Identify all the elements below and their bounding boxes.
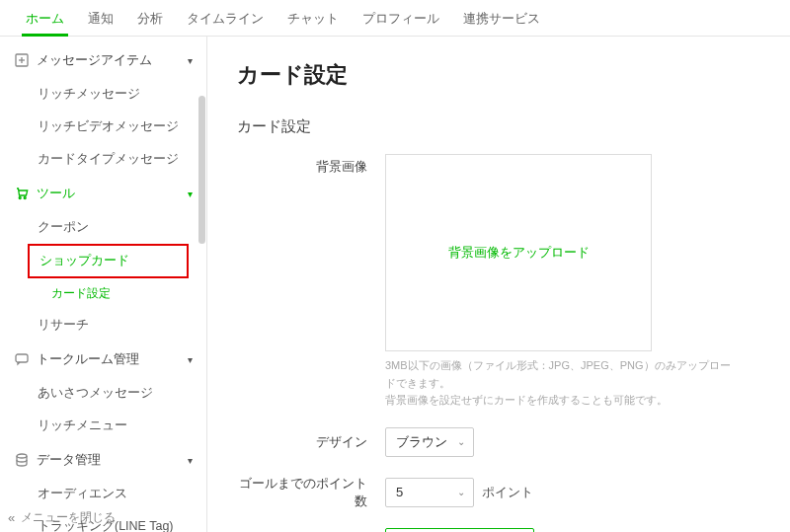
svg-point-4 (24, 197, 26, 199)
tab-home[interactable]: ホーム (14, 0, 76, 36)
collapse-icon: « (8, 510, 15, 525)
sidebar-close-menu[interactable]: « メニューを閉じる (8, 509, 116, 526)
sidebar-item-card-settings[interactable]: カード設定 (0, 278, 206, 309)
sidebar-item-research[interactable]: リサーチ (0, 309, 206, 342)
sidebar-group-tool[interactable]: ツール ▾ (0, 176, 206, 211)
tab-notice[interactable]: 通知 (76, 0, 125, 36)
chevron-down-icon: ▾ (188, 455, 193, 466)
tab-timeline[interactable]: タイムライン (175, 0, 276, 36)
design-select[interactable]: ブラウン ⌄ (385, 427, 474, 457)
svg-point-6 (17, 454, 27, 458)
sidebar-item-coupon[interactable]: クーポン (0, 211, 206, 244)
sidebar-item-rich-menu[interactable]: リッチメニュー (0, 410, 206, 442)
sidebar-item-greeting[interactable]: あいさつメッセージ (0, 377, 206, 410)
sidebar-group-label: データ管理 (37, 451, 101, 469)
sidebar-group-data[interactable]: データ管理 ▾ (0, 442, 206, 478)
goal-points-label: ゴールまでのポイント数 (237, 475, 385, 510)
page-title: カード設定 (237, 60, 760, 90)
tab-chat[interactable]: チャット (276, 0, 351, 36)
svg-rect-5 (16, 354, 28, 362)
sidebar: メッセージアイテム ▾ リッチメッセージ リッチビデオメッセージ カードタイプメ… (0, 37, 207, 532)
bg-image-upload[interactable]: 背景画像をアップロード (385, 154, 652, 351)
chat-icon (14, 352, 29, 367)
goal-points-value: 5 (396, 485, 403, 499)
design-label: デザイン (237, 433, 385, 451)
goal-points-select[interactable]: 5 ⌄ (385, 478, 474, 507)
chevron-down-icon: ▾ (188, 354, 193, 365)
points-suffix: ポイント (482, 484, 533, 501)
top-nav-tabs: ホーム 通知 分析 タイムライン チャット プロフィール 連携サービス (0, 0, 790, 37)
chevron-down-icon: ⌄ (457, 436, 465, 447)
sidebar-group-label: メッセージアイテム (37, 51, 152, 69)
tab-analytics[interactable]: 分析 (125, 0, 175, 36)
sidebar-group-talkroom[interactable]: トークルーム管理 ▾ (0, 342, 206, 377)
database-icon (14, 453, 29, 468)
plus-square-icon (14, 53, 29, 68)
upload-hint: 3MB以下の画像（ファイル形式：JPG、JPEG、PNG）のみアップロードできま… (385, 357, 741, 410)
chevron-down-icon: ▾ (188, 189, 193, 199)
svg-point-3 (19, 197, 21, 199)
sidebar-group-label: トークルーム管理 (37, 350, 139, 368)
chevron-down-icon: ⌄ (457, 487, 465, 497)
bg-image-label: 背景画像 (237, 154, 385, 176)
sidebar-item-shop-card[interactable]: ショップカード (28, 244, 189, 278)
main-content: カード設定 カード設定 背景画像 背景画像をアップロード 3MB以下の画像（ファ… (207, 37, 790, 532)
tab-profile[interactable]: プロフィール (351, 0, 451, 36)
goal-reward-button[interactable]: 特典チケットを選択 (385, 528, 534, 532)
design-value: ブラウン (396, 433, 447, 451)
sidebar-item-card-type[interactable]: カードタイプメッセージ (0, 143, 206, 176)
sidebar-group-message-item[interactable]: メッセージアイテム ▾ (0, 42, 206, 78)
sidebar-scrollbar[interactable] (198, 96, 205, 244)
sidebar-item-audience[interactable]: オーディエンス (0, 478, 206, 510)
sidebar-close-label: メニューを閉じる (21, 509, 116, 526)
tab-integration[interactable]: 連携サービス (451, 0, 552, 36)
upload-text: 背景画像をアップロード (448, 244, 590, 262)
cart-icon (14, 187, 29, 201)
sidebar-group-label: ツール (37, 185, 75, 202)
chevron-down-icon: ▾ (188, 55, 193, 66)
sidebar-item-rich-message[interactable]: リッチメッセージ (0, 78, 206, 111)
sidebar-item-rich-video[interactable]: リッチビデオメッセージ (0, 111, 206, 143)
section-title: カード設定 (237, 117, 760, 136)
